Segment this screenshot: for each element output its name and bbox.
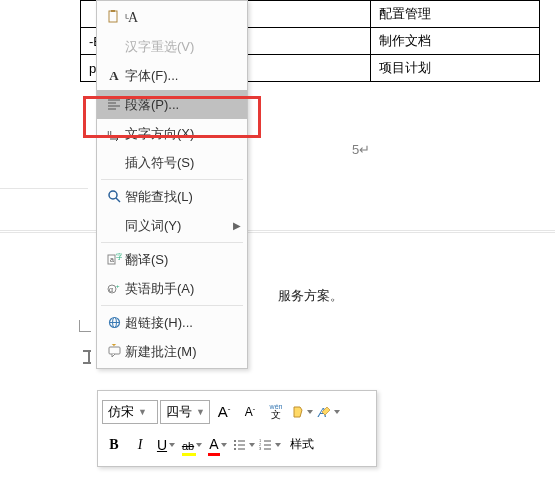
underline-button[interactable]: U	[154, 433, 178, 457]
body-text[interactable]: 服务方案。	[278, 287, 343, 305]
format-painter-button[interactable]	[290, 400, 314, 424]
bold-button[interactable]: B	[102, 433, 126, 457]
font-size-dropdown[interactable]: 四号▼	[160, 400, 210, 424]
page-separator	[0, 188, 88, 189]
numbering-button[interactable]: 123	[258, 433, 282, 457]
menu-separator	[101, 242, 243, 243]
svg-point-25	[234, 448, 236, 450]
cell[interactable]: 配置管理	[371, 1, 540, 28]
paste-as-label: ᴸA	[125, 10, 241, 26]
svg-text:a: a	[110, 256, 114, 263]
styles-quick-button[interactable]: A	[316, 400, 340, 424]
text-cursor	[86, 350, 88, 364]
english-icon: α+	[103, 281, 125, 296]
svg-rect-0	[109, 11, 117, 22]
search-icon	[103, 189, 125, 204]
paragraph-mark: 5↵	[352, 142, 370, 157]
menu-item-english-assistant[interactable]: α+ 英语助手(A)	[97, 274, 247, 303]
svg-text:+: +	[116, 283, 120, 289]
cell[interactable]: 项目计划	[371, 55, 540, 82]
svg-point-7	[109, 191, 117, 199]
svg-text:✦: ✦	[111, 344, 117, 348]
phonetic-guide-button[interactable]: wén 文	[264, 400, 288, 424]
translate-icon: a字	[103, 252, 125, 267]
mini-toolbar: 仿宋▼ 四号▼ Aˆ Aˇ wén 文 A B I U ab A 123	[97, 390, 377, 467]
menu-item-synonym[interactable]: 同义词(Y) ▶	[97, 211, 247, 240]
menu-item-text-direction[interactable]: II 文字方向(X)...	[97, 119, 247, 148]
comment-icon: ✦	[103, 344, 125, 359]
italic-button[interactable]: I	[128, 433, 152, 457]
chevron-down-icon: ▼	[138, 407, 147, 417]
grow-font-button[interactable]: Aˆ	[212, 400, 236, 424]
menu-item-translate[interactable]: a字 翻译(S)	[97, 245, 247, 274]
paragraph-icon	[103, 98, 125, 112]
menu-item-reselect: 汉字重选(V)	[97, 32, 247, 61]
svg-rect-1	[111, 10, 115, 12]
text-direction-icon: II	[103, 127, 125, 141]
bullets-button[interactable]	[232, 433, 256, 457]
svg-point-23	[234, 444, 236, 446]
menu-item-hyperlink[interactable]: 超链接(H)...	[97, 308, 247, 337]
styles-button[interactable]: 样式	[284, 433, 320, 457]
svg-text:3: 3	[259, 446, 262, 451]
menu-item-smart-lookup[interactable]: 智能查找(L)	[97, 182, 247, 211]
context-menu: ᴸA 汉字重选(V) A 字体(F)... 段落(P)... II 文字方向(X…	[96, 0, 248, 369]
hyperlink-icon	[103, 315, 125, 330]
font-name-dropdown[interactable]: 仿宋▼	[102, 400, 158, 424]
page-separator	[0, 232, 555, 233]
font-color-button[interactable]: A	[206, 433, 230, 457]
menu-item-insert-symbol[interactable]: 插入符号(S)	[97, 148, 247, 177]
font-a-icon: A	[103, 68, 125, 84]
svg-text:α: α	[109, 286, 113, 293]
page-corner-mark	[79, 320, 91, 332]
shrink-font-button[interactable]: Aˇ	[238, 400, 262, 424]
svg-point-21	[234, 440, 236, 442]
page-separator	[0, 230, 555, 231]
cell[interactable]: 制作文档	[371, 28, 540, 55]
clipboard-icon	[103, 10, 125, 26]
svg-line-8	[116, 198, 120, 202]
highlight-button[interactable]: ab	[180, 433, 204, 457]
font-size-value: 四号	[166, 403, 192, 421]
menu-item-new-comment[interactable]: ✦ 新建批注(M)	[97, 337, 247, 366]
svg-text:II: II	[107, 129, 112, 139]
menu-item-font[interactable]: A 字体(F)...	[97, 61, 247, 90]
menu-item-paragraph[interactable]: 段落(P)...	[97, 90, 247, 119]
font-name-value: 仿宋	[108, 403, 134, 421]
chevron-down-icon: ▼	[196, 407, 205, 417]
menu-separator	[101, 179, 243, 180]
svg-text:字: 字	[116, 253, 122, 260]
menu-item-paste-options[interactable]: ᴸA	[97, 3, 247, 32]
svg-rect-18	[109, 347, 120, 354]
submenu-arrow-icon: ▶	[233, 220, 241, 231]
menu-separator	[101, 305, 243, 306]
